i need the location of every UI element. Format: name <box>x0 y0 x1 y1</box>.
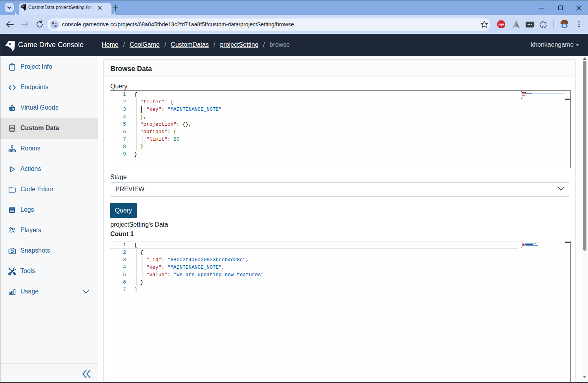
svg-text:ABP: ABP <box>499 23 504 26</box>
svg-text:31: 31 <box>12 46 14 48</box>
